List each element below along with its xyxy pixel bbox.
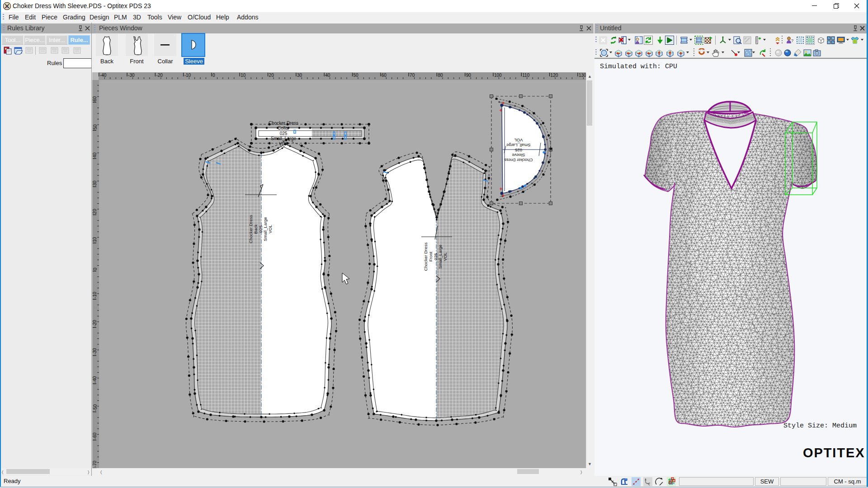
svg-text:40: 40 (93, 152, 98, 158)
svg-text:-70: -70 (93, 460, 98, 467)
svg-text:Small_Large: Small_Large (271, 136, 297, 141)
svg-text:30: 30 (93, 181, 98, 186)
svg-text:20: 20 (269, 73, 274, 78)
svg-text:50: 50 (93, 124, 98, 130)
svg-text:Front: Front (428, 252, 433, 262)
svg-text:VOL: VOL (443, 252, 448, 261)
svg-text:Small_Large: Small_Large (506, 143, 530, 148)
svg-text:-40: -40 (93, 376, 98, 383)
svg-text:-40: -40 (100, 73, 107, 78)
svg-text:60: 60 (382, 73, 387, 78)
svg-text:100: 100 (494, 73, 502, 78)
svg-text:10: 10 (241, 73, 246, 78)
svg-text:60: 60 (93, 96, 98, 102)
svg-text:-20: -20 (93, 320, 98, 327)
svg-text:Chocker Dress: Chocker Dress (504, 158, 533, 163)
svg-text:90: 90 (466, 73, 472, 78)
svg-text:-50: -50 (93, 404, 98, 411)
svg-text:Sleeve: Sleeve (512, 153, 525, 158)
svg-text:-60: -60 (93, 432, 98, 439)
svg-text:0: 0 (93, 267, 98, 270)
svg-text:120: 120 (551, 73, 558, 78)
svg-text:130: 130 (579, 73, 586, 78)
svg-text:?: ? (791, 38, 793, 43)
svg-text:10: 10 (93, 237, 98, 242)
svg-text:-10: -10 (93, 291, 98, 298)
svg-text:VOL: VOL (514, 138, 523, 143)
svg-text:-30: -30 (93, 348, 98, 355)
svg-text:025: 025 (515, 148, 522, 153)
svg-text:50: 50 (354, 73, 359, 78)
svg-text:110: 110 (522, 73, 529, 78)
svg-text:VOL: VOL (268, 225, 273, 233)
svg-text:Small_Large: Small_Large (263, 217, 268, 241)
svg-text:Small_Large: Small_Large (438, 244, 443, 268)
svg-text:-10: -10 (184, 73, 191, 78)
svg-text:025: 025 (280, 131, 288, 136)
svg-text:80: 80 (438, 73, 443, 78)
svg-text:30: 30 (297, 73, 302, 78)
svg-text:-30: -30 (128, 73, 135, 78)
svg-text:Chocker Dress: Chocker Dress (248, 215, 253, 243)
svg-text:-20: -20 (156, 73, 163, 78)
svg-text:Collar: Collar (278, 126, 290, 131)
svg-text:Chocker Dress: Chocker Dress (423, 242, 428, 271)
svg-text:0: 0 (212, 73, 215, 78)
svg-text:20: 20 (93, 209, 98, 214)
svg-text:40: 40 (325, 73, 330, 78)
svg-text:70: 70 (410, 73, 415, 78)
svg-text:Back: Back (253, 224, 258, 234)
svg-text:Chocker Dress: Chocker Dress (269, 121, 298, 126)
